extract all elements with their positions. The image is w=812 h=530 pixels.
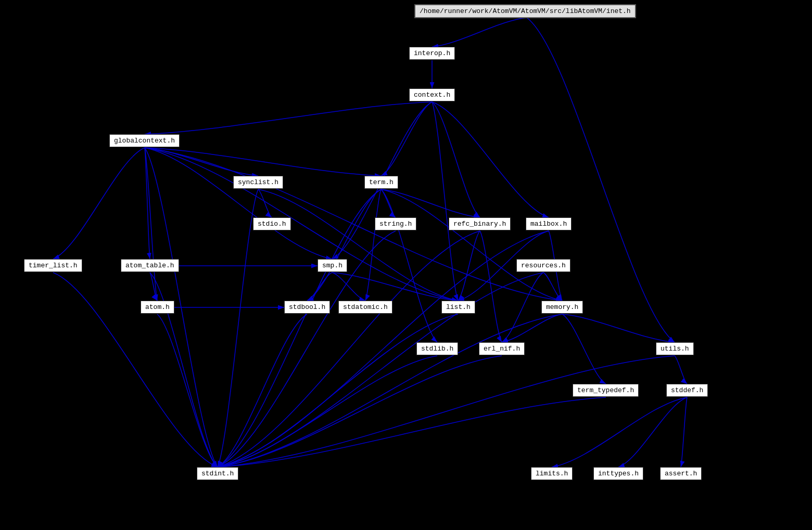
edge-string_h-stdint_h (218, 231, 396, 467)
edge-term_h-stdatomic_h (365, 189, 381, 301)
edge-context_h-term_h (381, 102, 432, 176)
node-stddef_h: stddef.h (666, 384, 708, 397)
edge-inet_h-utils_h (527, 18, 675, 342)
node-stdint_h: stdint.h (197, 467, 238, 480)
node-globalcontext_h: globalcontext.h (109, 134, 180, 147)
node-assert_h: assert.h (660, 467, 702, 480)
edge-stddef_h-limits_h (552, 397, 687, 467)
node-string_h: string.h (375, 217, 416, 230)
edge-memory_h-stdint_h (218, 314, 562, 467)
edge-utils_h-stddef_h (675, 356, 687, 384)
node-stdlib_h: stdlib.h (416, 342, 458, 355)
node-stdbool_h: stdbool.h (284, 301, 330, 314)
edge-term_h-stdbool_h (307, 189, 381, 301)
node-atom_table_h: atom_table.h (121, 259, 179, 272)
node-term_typedef_h: term_typedef.h (573, 384, 639, 397)
edge-memory_h-erl_nif_h (502, 314, 562, 342)
edge-utils_h-stdint_h (218, 356, 675, 467)
edge-stdlib_h-stdint_h (218, 356, 437, 467)
edge-memory_h-term_typedef_h (562, 314, 606, 384)
node-erl_nif_h: erl_nif.h (479, 342, 525, 355)
edge-term_h-memory_h (381, 189, 562, 301)
edge-synclist_h-stdint_h (218, 189, 258, 467)
edge-context_h-globalcontext_h (145, 102, 432, 134)
edge-term_typedef_h-stdint_h (218, 397, 606, 467)
edge-memory_h-utils_h (562, 314, 675, 342)
node-memory_h: memory.h (541, 301, 583, 314)
edge-globalcontext_h-atom_table_h (145, 148, 150, 259)
edge-inet_h-interop_h (432, 18, 527, 47)
edge-globalcontext_h-atom_h (145, 148, 157, 301)
node-stdio_h: stdio.h (253, 217, 291, 230)
node-context_h: context.h (409, 88, 455, 101)
node-timer_list_h: timer_list.h (24, 259, 82, 272)
node-synclist_h: synclist.h (233, 176, 283, 189)
edge-globalcontext_h-term_h (145, 148, 381, 176)
edge-synclist_h-list_h (258, 189, 458, 301)
node-interop_h: interop.h (409, 47, 455, 60)
edge-context_h-list_h (432, 102, 458, 301)
edge-globalcontext_h-timer_list_h (53, 148, 145, 259)
node-inttypes_h: inttypes.h (593, 467, 643, 480)
node-limits_h: limits.h (531, 467, 573, 480)
edge-term_h-stdint_h (218, 189, 381, 467)
node-resources_h: resources.h (516, 259, 570, 272)
edge-term_h-refc_binary_h (381, 189, 480, 217)
edge-refc_binary_h-erl_nif_h (480, 231, 502, 342)
node-refc_binary_h: refc_binary.h (449, 217, 511, 230)
node-atom_h: atom.h (141, 301, 174, 314)
edge-smp_h-stdbool_h (307, 273, 332, 301)
edge-smp_h-stdatomic_h (332, 273, 365, 301)
node-smp_h: smp.h (318, 259, 347, 272)
edge-stdbool_h-stdint_h (218, 314, 307, 467)
node-term_h: term.h (364, 176, 398, 189)
edge-stddef_h-inttypes_h (618, 397, 687, 467)
edge-resources_h-memory_h (543, 273, 562, 301)
edge-timer_list_h-stdint_h (53, 273, 218, 467)
node-list_h: list.h (441, 301, 475, 314)
node-mailbox_h: mailbox.h (526, 217, 572, 230)
edge-globalcontext_h-smp_h (145, 148, 332, 259)
node-inet_h: /home/runner/work/AtomVM/AtomVM/src/libA… (414, 4, 636, 18)
edge-stddef_h-assert_h (681, 397, 687, 467)
node-utils_h: utils.h (656, 342, 694, 355)
edge-synclist_h-stdio_h (258, 189, 272, 217)
node-stdatomic_h: stdatomic.h (338, 301, 392, 314)
graph-container: /home/runner/work/AtomVM/AtomVM/src/libA… (0, 0, 812, 530)
edge-context_h-mailbox_h (432, 102, 549, 217)
